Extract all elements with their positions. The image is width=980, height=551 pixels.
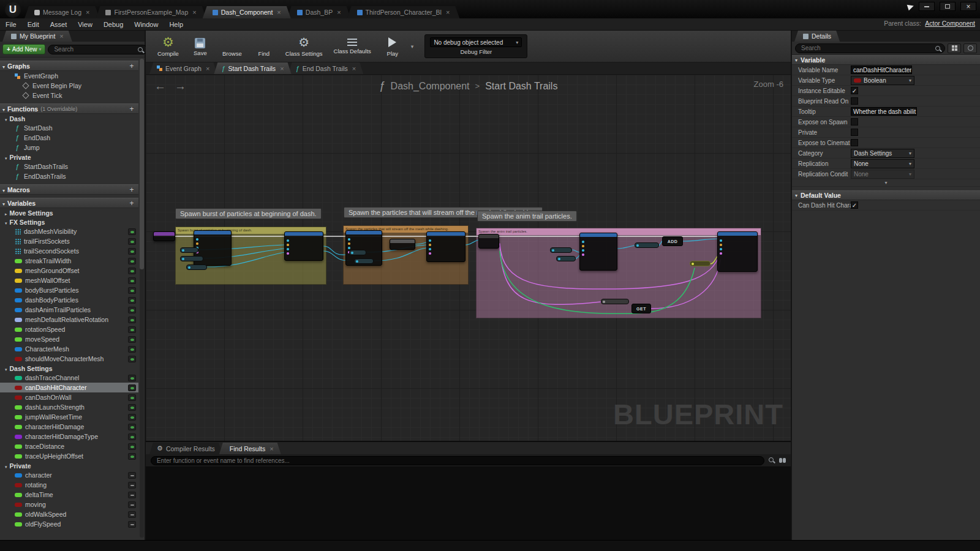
visibility-eye-icon[interactable] (128, 287, 136, 294)
variable-get-pill[interactable] (601, 299, 629, 304)
variable-row[interactable]: characterHitDamageType (0, 432, 138, 441)
variable-row[interactable]: oldWalkSpeed (0, 509, 138, 519)
list-item[interactable]: EndDashTrails (0, 171, 138, 181)
checkbox[interactable] (851, 87, 858, 94)
checkbox[interactable] (851, 118, 858, 126)
collapse-arrow-icon[interactable] (5, 115, 7, 122)
visibility-eye-icon[interactable] (128, 424, 136, 430)
collapse-arrow-icon[interactable] (2, 186, 5, 193)
variable-row[interactable]: character (0, 470, 138, 480)
default-value-section-header[interactable]: ▾ Default Value (792, 190, 980, 200)
window-tab[interactable]: FirstPersonExample_Map × (96, 6, 206, 18)
close-icon[interactable]: × (277, 9, 281, 16)
close-icon[interactable]: × (192, 9, 196, 16)
toolbar-button[interactable]: Compile (152, 34, 184, 59)
add-button[interactable]: + (127, 186, 136, 194)
category-row[interactable]: Dash Settings (0, 364, 138, 373)
get-node[interactable]: GET (631, 304, 651, 313)
details-tab[interactable]: Details (794, 31, 840, 42)
variable-get-pill[interactable] (180, 247, 198, 253)
visibility-eye-icon[interactable] (128, 521, 136, 528)
blueprint-search-input[interactable] (53, 45, 136, 53)
variable-get-pill[interactable] (635, 242, 659, 248)
close-icon[interactable]: × (280, 65, 284, 72)
comment-title-bubble[interactable]: Spawn the anim trail particles. (477, 211, 577, 222)
collapse-arrow-icon[interactable] (2, 62, 5, 70)
scrollbar-thumb[interactable] (140, 59, 144, 269)
text-input[interactable]: Whether the dash abilit (851, 107, 917, 116)
variable-section-header[interactable]: ▾ Variable (792, 55, 980, 65)
add-button[interactable]: + (127, 199, 136, 208)
dropdown[interactable]: Dash Settings ▾ (851, 149, 914, 158)
list-item[interactable]: StartDash (0, 123, 138, 133)
list-item[interactable]: Event Tick (0, 91, 138, 100)
find-search-input[interactable] (151, 456, 764, 465)
close-icon[interactable]: × (446, 9, 450, 16)
collapse-arrow-icon[interactable]: ▾ (795, 58, 797, 63)
breadcrumb-root[interactable]: Dash_Component (391, 81, 470, 92)
my-blueprint-tab[interactable]: My Blueprint × (2, 31, 72, 42)
graph-node[interactable] (478, 234, 499, 249)
visibility-eye-icon[interactable] (128, 326, 136, 333)
visibility-eye-icon[interactable] (128, 268, 136, 274)
visibility-eye-icon[interactable] (128, 453, 136, 460)
variable-row[interactable]: meshWallOffset (0, 276, 138, 285)
variable-row[interactable]: dashAnimTrailParticles (0, 305, 138, 315)
dropdown[interactable]: None ▾ (851, 170, 914, 179)
list-item[interactable]: EventGraph (0, 71, 138, 81)
collapse-arrow-icon[interactable] (5, 219, 7, 226)
text-input[interactable]: canDashHitCharacter (851, 66, 912, 74)
variable-row[interactable]: dashMeshVisibility (0, 227, 138, 236)
menu-item[interactable]: Window (129, 20, 164, 29)
section-header[interactable]: Macros + (0, 184, 138, 195)
variable-row[interactable]: traceUpHeightOffset (0, 451, 138, 461)
variable-row[interactable]: oldFlySpeed (0, 519, 138, 529)
toolbar-button[interactable]: Find (248, 34, 280, 59)
details-expander[interactable]: ▾ (792, 179, 980, 187)
category-row[interactable]: Private (0, 152, 138, 162)
parent-class-link[interactable]: Actor Component (925, 20, 975, 27)
visibility-eye-icon[interactable] (128, 492, 136, 498)
maximize-button[interactable] (940, 2, 956, 11)
variable-row[interactable]: dashBodyParticles (0, 295, 138, 305)
search-icon[interactable] (768, 457, 775, 464)
variable-get-pill[interactable] (354, 258, 374, 264)
close-icon[interactable]: × (352, 65, 356, 72)
comment-title-bubble[interactable]: Spawn burst of particles at beginning of… (175, 208, 322, 219)
category-row[interactable]: Private (0, 461, 138, 470)
minimize-button[interactable] (919, 2, 935, 11)
close-icon[interactable]: × (337, 9, 341, 16)
results-tab[interactable]: Find Results × (219, 443, 281, 454)
variable-row[interactable]: dashTraceChannel (0, 373, 138, 383)
checkbox[interactable] (851, 129, 858, 136)
window-tab[interactable]: Dash_BP × (287, 6, 351, 18)
toolbar-button[interactable]: Save (184, 35, 216, 58)
list-item[interactable]: StartDashTrails (0, 162, 138, 171)
play-options-chevron[interactable]: ▾ (409, 43, 417, 50)
graph-tab[interactable]: Start Dash Trails × (214, 62, 291, 74)
unreal-logo-icon[interactable]: U (5, 2, 21, 18)
section-header[interactable]: Functions (1 Overridable) + (0, 103, 138, 114)
dropdown[interactable]: None ▾ (851, 159, 914, 168)
add-button[interactable]: + (127, 105, 136, 113)
visibility-eye-icon[interactable] (128, 248, 136, 255)
details-search[interactable] (795, 43, 945, 53)
function-entry-node[interactable] (153, 231, 175, 241)
variable-row[interactable]: canDashHitCharacter (0, 383, 138, 392)
variable-row[interactable]: streakTrailWidth (0, 256, 138, 266)
section-header[interactable]: Graphs + (0, 61, 138, 71)
checkbox[interactable] (851, 201, 858, 209)
editor-feedback-icon[interactable] (907, 2, 915, 10)
variable-row[interactable]: trailSecondSockets (0, 246, 138, 256)
variable-row[interactable]: meshDefaultRelativeRotation (0, 315, 138, 324)
toolbar-button[interactable]: Play (377, 34, 409, 59)
add-node[interactable]: ADD (662, 236, 683, 246)
visibility-eye-icon[interactable] (128, 414, 136, 421)
property-matrix-button[interactable] (948, 43, 961, 53)
visibility-eye-icon[interactable] (128, 317, 136, 323)
variable-row[interactable]: shouldMoveCharacterMesh (0, 354, 138, 364)
visibility-eye-icon[interactable] (128, 228, 136, 235)
menu-item[interactable]: Asset (45, 20, 73, 29)
window-tab[interactable]: ThirdPerson_Character_Bl × (347, 6, 460, 18)
debug-object-select[interactable]: No debug object selected ▾ (430, 37, 522, 47)
